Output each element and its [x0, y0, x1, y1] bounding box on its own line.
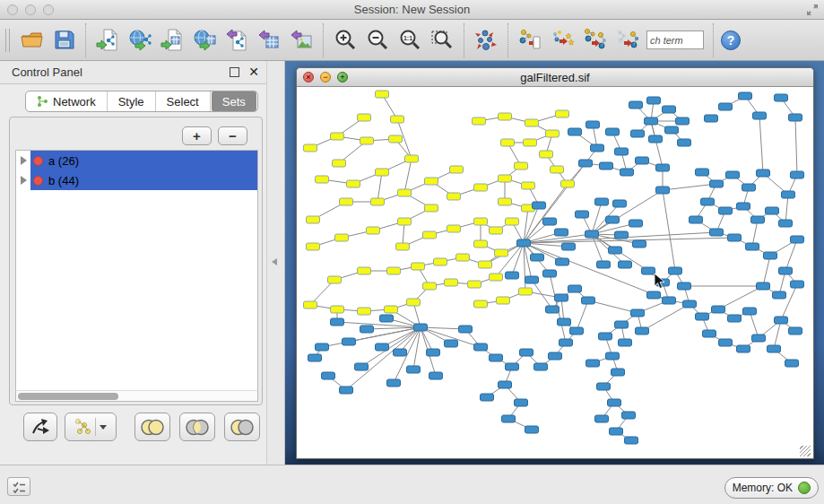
graph-node-blue[interactable] — [615, 231, 629, 239]
graph-node-blue[interactable] — [533, 202, 546, 209]
graph-node-blue[interactable] — [597, 261, 611, 268]
graph-node-blue[interactable] — [517, 239, 531, 247]
select-from-file-button[interactable] — [514, 22, 546, 58]
graph-node-yellow[interactable] — [412, 263, 425, 270]
graph-node-yellow[interactable] — [405, 155, 419, 162]
graph-edge[interactable] — [592, 190, 663, 234]
graph-node-blue[interactable] — [696, 169, 709, 176]
graph-node-blue[interactable] — [407, 366, 421, 373]
graph-node-blue[interactable] — [719, 103, 733, 110]
graph-node-blue[interactable] — [343, 338, 356, 345]
graph-node-blue[interactable] — [701, 198, 715, 205]
memory-status-button[interactable]: Memory: OK — [724, 477, 819, 499]
graph-node-blue[interactable] — [669, 267, 682, 274]
graph-edge[interactable] — [795, 117, 797, 175]
graph-node-yellow[interactable] — [304, 144, 317, 152]
graph-node-blue[interactable] — [531, 254, 544, 261]
graph-node-blue[interactable] — [502, 415, 516, 422]
graph-node-blue[interactable] — [791, 171, 804, 178]
graph-edge[interactable] — [377, 172, 382, 202]
graph-node-yellow[interactable] — [425, 178, 438, 185]
task-monitor-button[interactable] — [7, 477, 30, 496]
graph-node-blue[interactable] — [775, 94, 788, 101]
close-network-window-icon[interactable]: × — [303, 72, 314, 83]
graph-node-blue[interactable] — [586, 360, 600, 367]
graph-node-yellow[interactable] — [450, 166, 464, 173]
graph-node-blue[interactable] — [606, 352, 620, 360]
graph-node-blue[interactable] — [549, 352, 562, 360]
graph-node-blue[interactable] — [757, 282, 770, 290]
graph-node-blue[interactable] — [376, 343, 389, 351]
graph-node-blue[interactable] — [543, 270, 557, 277]
split-set-button[interactable] — [23, 413, 57, 441]
horizontal-scrollbar[interactable] — [15, 390, 258, 402]
graph-node-yellow[interactable] — [371, 198, 385, 205]
graph-node-blue[interactable] — [683, 300, 697, 308]
graph-node-blue[interactable] — [609, 247, 622, 254]
graph-edge[interactable] — [785, 195, 788, 223]
graph-node-yellow[interactable] — [499, 175, 512, 182]
graph-node-yellow[interactable] — [307, 216, 320, 223]
graph-node-blue[interactable] — [768, 345, 781, 352]
graph-node-yellow[interactable] — [340, 198, 353, 205]
graph-node-blue[interactable] — [710, 180, 724, 187]
graph-node-yellow[interactable] — [328, 276, 342, 283]
graph-node-yellow[interactable] — [304, 301, 317, 308]
save-session-button[interactable] — [48, 22, 80, 58]
graph-node-blue[interactable] — [791, 281, 804, 288]
graph-edge[interactable] — [759, 116, 763, 173]
graph-node-yellow[interactable] — [522, 182, 535, 189]
graph-node-blue[interactable] — [766, 207, 779, 214]
graph-edge[interactable] — [404, 159, 412, 193]
graph-node-blue[interactable] — [615, 148, 629, 155]
fullscreen-icon[interactable] — [806, 4, 819, 16]
graph-node-blue[interactable] — [757, 169, 770, 177]
graph-node-yellow[interactable] — [423, 231, 437, 239]
graph-node-blue[interactable] — [585, 230, 599, 238]
graph-node-blue[interactable] — [779, 220, 793, 227]
graph-node-yellow[interactable] — [474, 184, 488, 191]
graph-node-blue[interactable] — [546, 306, 559, 313]
graph-node-blue[interactable] — [696, 313, 709, 320]
import-table-from-url-button[interactable] — [188, 22, 221, 58]
graph-node-yellow[interactable] — [456, 254, 470, 261]
graph-node-blue[interactable] — [742, 184, 756, 191]
graph-node-blue[interactable] — [591, 144, 604, 152]
graph-node-yellow[interactable] — [561, 180, 575, 187]
graph-node-blue[interactable] — [737, 345, 750, 352]
graph-node-yellow[interactable] — [398, 218, 412, 225]
graph-node-yellow[interactable] — [497, 297, 510, 304]
graph-node-blue[interactable] — [629, 101, 643, 109]
list-item[interactable]: b (44) — [16, 170, 257, 190]
graph-node-blue[interactable] — [726, 171, 740, 178]
graph-node-yellow[interactable] — [347, 180, 360, 187]
graph-node-blue[interactable] — [597, 383, 611, 390]
export-table-button[interactable] — [253, 22, 285, 58]
graph-node-blue[interactable] — [506, 363, 519, 370]
graph-node-blue[interactable] — [322, 372, 335, 379]
graph-node-blue[interactable] — [606, 216, 620, 223]
maximize-network-window-icon[interactable]: + — [337, 72, 348, 83]
disclosure-triangle-icon[interactable] — [21, 156, 27, 165]
graph-node-blue[interactable] — [622, 412, 636, 419]
graph-edge[interactable] — [663, 190, 675, 271]
graph-node-blue[interactable] — [387, 379, 401, 387]
graph-node-yellow[interactable] — [499, 198, 512, 205]
graph-node-blue[interactable] — [427, 349, 440, 356]
graph-node-yellow[interactable] — [546, 130, 559, 137]
toolbar-drag-handle[interactable] — [5, 29, 10, 52]
graph-node-blue[interactable] — [656, 164, 670, 171]
graph-node-blue[interactable] — [394, 349, 407, 356]
zoom-in-button[interactable] — [329, 22, 361, 58]
graph-node-blue[interactable] — [600, 162, 613, 169]
network-window-titlebar[interactable]: × − + galFiltered.sif — [297, 68, 813, 87]
graph-node-blue[interactable] — [619, 339, 632, 346]
graph-node-blue[interactable] — [355, 363, 369, 370]
graph-node-yellow[interactable] — [524, 139, 537, 146]
graph-node-blue[interactable] — [595, 415, 609, 422]
graph-node-blue[interactable] — [775, 317, 788, 324]
graph-node-blue[interactable] — [712, 306, 725, 313]
graph-node-blue[interactable] — [615, 321, 629, 328]
graph-node-blue[interactable] — [308, 354, 322, 361]
graph-node-yellow[interactable] — [389, 135, 403, 143]
